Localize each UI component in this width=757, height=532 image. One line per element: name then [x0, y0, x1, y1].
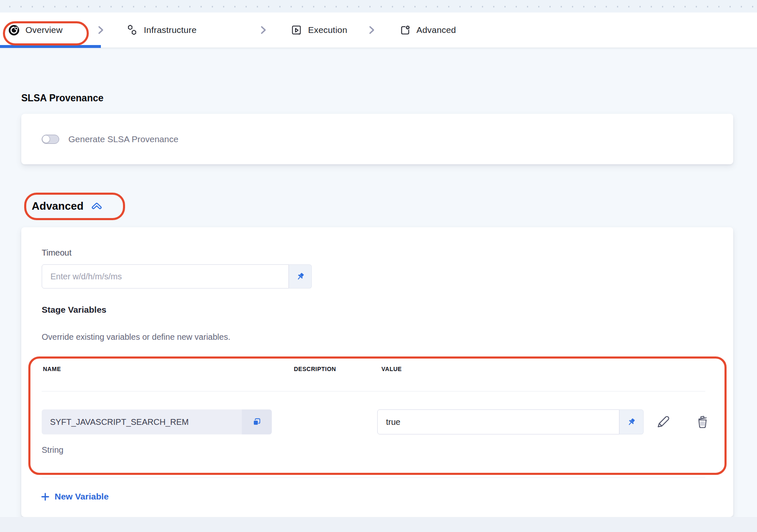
- chevron-right-icon: [95, 13, 106, 48]
- variable-name-field[interactable]: SYFT_JAVASCRIPT_SEARCH_REM: [42, 409, 272, 434]
- tab-overview[interactable]: Overview: [8, 13, 63, 48]
- slsa-provenance-heading: SLSA Provenance: [21, 93, 103, 104]
- chevron-right-icon: [366, 13, 377, 48]
- advanced-settings-card: Timeout Stage Variables Override existin…: [21, 227, 733, 517]
- tab-overview-label: Overview: [25, 25, 63, 35]
- copy-name-button[interactable]: [242, 409, 272, 434]
- new-variable-button[interactable]: New Variable: [41, 492, 109, 502]
- copy-icon: [252, 417, 261, 427]
- toggle-knob: [42, 135, 50, 143]
- infrastructure-icon: [126, 24, 138, 36]
- plus-icon: [41, 492, 50, 501]
- column-header-description: DESCRIPTION: [294, 366, 336, 372]
- advanced-tab-icon: [399, 25, 411, 36]
- tab-execution-label: Execution: [308, 25, 347, 35]
- execution-icon: [291, 25, 302, 36]
- tab-infrastructure-label: Infrastructure: [144, 25, 197, 35]
- stage-variables-description: Override existing variables or define ne…: [42, 332, 230, 342]
- table-header-divider: [42, 391, 705, 391]
- stage-variables-heading: Stage Variables: [42, 305, 106, 315]
- tab-advanced-label: Advanced: [416, 25, 456, 35]
- overview-icon: [8, 25, 20, 36]
- timeout-field-group: [42, 264, 312, 289]
- stage-tabbar: Overview Infrastructure: [0, 13, 757, 48]
- timeout-label: Timeout: [42, 248, 72, 258]
- timeout-input[interactable]: [42, 264, 289, 289]
- chevron-right-icon: [258, 13, 268, 48]
- column-header-value: VALUE: [381, 366, 402, 372]
- delete-variable-button[interactable]: [693, 413, 712, 431]
- active-tab-underline: [0, 45, 101, 48]
- table-bottom-divider: [42, 477, 705, 478]
- timeout-pin-button[interactable]: [289, 264, 312, 289]
- tab-advanced[interactable]: Advanced: [399, 13, 456, 48]
- variable-value-input[interactable]: [377, 409, 619, 434]
- column-header-name: NAME: [43, 366, 61, 372]
- advanced-section-header[interactable]: Advanced: [32, 199, 103, 213]
- stage-config-page: Overview Infrastructure: [0, 0, 757, 532]
- slsa-provenance-card: Generate SLSA Provenance: [21, 114, 733, 164]
- variable-type-label: String: [42, 445, 63, 455]
- pin-icon: [627, 417, 636, 427]
- chevron-up-icon: [90, 199, 103, 213]
- tab-infrastructure[interactable]: Infrastructure: [126, 13, 197, 48]
- edit-variable-button[interactable]: [654, 413, 672, 431]
- advanced-section-heading: Advanced: [32, 200, 83, 213]
- pencil-icon: [655, 414, 671, 430]
- variable-value-group: [377, 409, 644, 434]
- dotted-canvas-background: [0, 0, 757, 13]
- pin-icon: [296, 272, 305, 281]
- variable-value-pin-button[interactable]: [619, 409, 644, 434]
- slsa-toggle-row: Generate SLSA Provenance: [42, 114, 178, 164]
- tab-execution[interactable]: Execution: [291, 13, 347, 48]
- generate-slsa-label: Generate SLSA Provenance: [68, 134, 178, 144]
- new-variable-label: New Variable: [55, 492, 109, 502]
- generate-slsa-toggle[interactable]: [42, 135, 59, 144]
- trash-icon: [694, 414, 710, 430]
- variable-name-text: SYFT_JAVASCRIPT_SEARCH_REM: [42, 409, 242, 434]
- page-bottom-background: [0, 517, 757, 532]
